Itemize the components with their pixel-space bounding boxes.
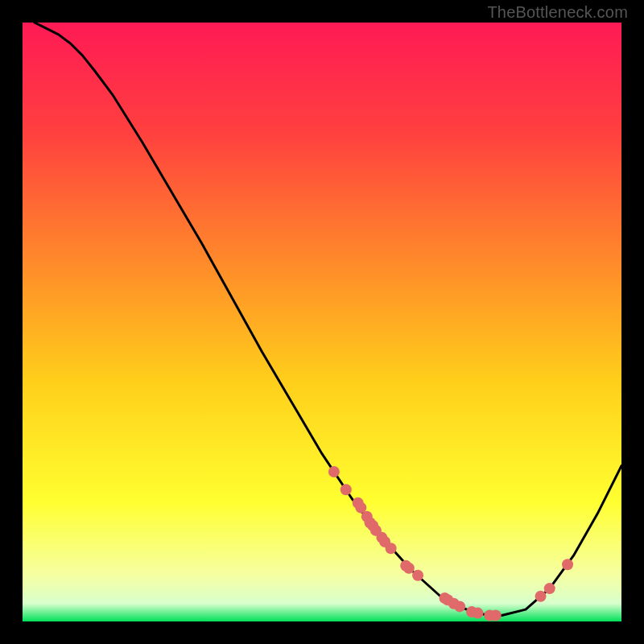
sample-point: [341, 484, 352, 495]
sample-point: [328, 466, 340, 477]
plot-svg: [23, 23, 621, 621]
sample-point: [454, 601, 465, 612]
gradient-background: [23, 23, 621, 621]
sample-point: [403, 563, 415, 574]
sample-point: [412, 570, 423, 581]
sample-point: [386, 543, 397, 554]
plot-area: [23, 23, 621, 621]
watermark-text: TheBottleneck.com: [487, 3, 628, 22]
sample-point: [472, 608, 483, 619]
sample-point: [535, 591, 547, 602]
sample-point: [544, 583, 555, 594]
sample-point: [562, 559, 573, 570]
chart-canvas: TheBottleneck.com: [0, 0, 644, 644]
sample-point: [490, 610, 502, 621]
